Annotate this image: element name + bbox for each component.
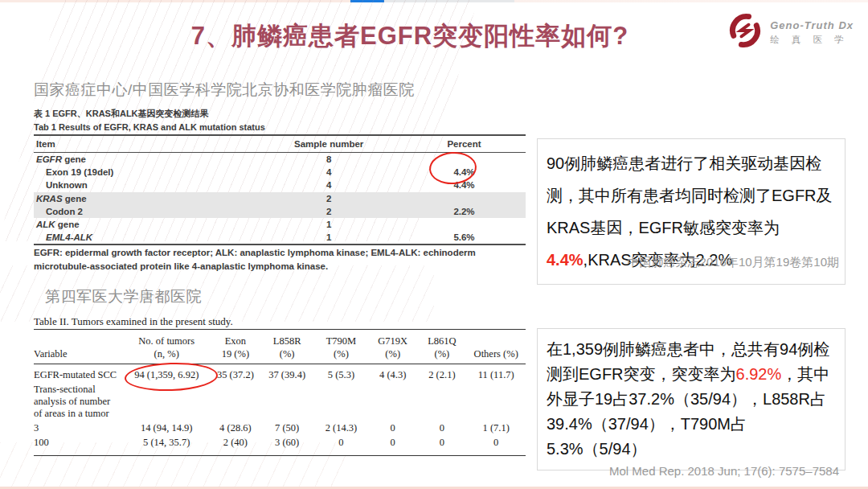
table-cell: 5 (5.3)	[314, 368, 368, 382]
table-row: KRAS gene2	[34, 192, 526, 205]
table1-caption-cn: 表 1 EGFR、KRAS和ALK基因突变检测结果	[34, 108, 209, 120]
logo-text: Geno-Truth Dx 绘 真 医 学	[770, 19, 854, 46]
table-cell: EGFR-mutated SCC	[34, 368, 122, 382]
table2-header-row: VariableNo. of tumors (n, %)Exon 19 (%)L…	[34, 329, 526, 364]
table-cell: 14 (94, 14.9)	[122, 421, 211, 435]
column-header: Variable	[34, 347, 122, 360]
table-row: Trans-sectional analysis of number of ar…	[34, 382, 526, 421]
table-cell: 8	[255, 153, 403, 166]
mutation-status-table: Item Sample number Percent EGFR gene8Exo…	[34, 134, 526, 245]
table-cell: 100	[34, 435, 122, 450]
table-cell: EGFR gene	[34, 153, 255, 166]
table-cell: 2 (14.3)	[314, 421, 368, 435]
table-row: EML4-ALK15.6%	[34, 231, 526, 244]
top-progress-bar	[0, 0, 868, 2]
table-cell: 4 (28.6)	[211, 421, 260, 435]
table-cell: 11 (11.7)	[467, 368, 526, 382]
table-cell: 2	[255, 205, 403, 218]
table-cell: 35 (37.2)	[211, 368, 260, 382]
table1-footnote: EGFR: epidermal growth factor receptor; …	[34, 246, 529, 274]
table-cell	[417, 382, 466, 384]
table-cell: 1 (7.1)	[467, 421, 526, 435]
table-cell: EML4-ALK	[34, 231, 255, 244]
column-header: L858R (%)	[260, 335, 314, 361]
column-header: G719X (%)	[368, 335, 417, 361]
table-cell: 0	[417, 421, 466, 435]
note2-highlight: 6.92%	[736, 365, 782, 383]
column-header: Item	[34, 139, 255, 149]
note1-text: 90例肺鳞癌患者进行了相关驱动基因检测，其中所有患者均同时检测了EGFR及KRA…	[547, 154, 833, 236]
column-header: No. of tumors (n, %)	[122, 335, 211, 361]
citation-1: 中国肺癌杂志2016年10月第19卷第10期	[537, 255, 839, 270]
table2-caption: Table II. Tumors examined in the present…	[34, 315, 233, 328]
table-cell: 4	[255, 166, 403, 179]
citation-2: Mol Med Rep. 2018 Jun; 17(6): 7575–7584	[537, 464, 839, 478]
company-logo: Geno-Truth Dx 绘 真 医 学	[727, 13, 854, 51]
slide: { "colors": { "title": "#a4495c", "accen…	[0, 0, 868, 489]
table-cell: 1	[255, 218, 403, 231]
table-row: Codon 222.2%	[34, 205, 526, 218]
table-row: ALK gene1	[34, 218, 526, 231]
table-cell: Exon 19 (19del)	[34, 166, 255, 179]
table-row: 314 (94, 14.9)4 (28.6)7 (50)2 (14.3)001 …	[34, 421, 526, 435]
table-cell: 2.2%	[403, 205, 526, 218]
logo-name-cn: 绘 真 医 学	[770, 34, 854, 46]
table-row: EGFR-mutated SCC94 (1,359, 6.92)35 (37.2…	[34, 368, 526, 382]
column-header: Percent	[403, 139, 526, 149]
table-cell: 0	[368, 421, 417, 435]
table-cell: KRAS gene	[34, 192, 255, 205]
section2-heading: 第四军医大学唐都医院	[45, 286, 202, 307]
table-cell	[368, 382, 417, 384]
table-cell: Trans-sectional analysis of number of ar…	[34, 382, 122, 421]
table-cell: 4	[255, 179, 403, 191]
logo-name-en: Geno-Truth Dx	[770, 19, 854, 31]
tumors-examined-table: VariableNo. of tumors (n, %)Exon 19 (%)L…	[34, 329, 526, 456]
table-cell: 5 (14, 35.7)	[122, 435, 211, 450]
page-title: 7、肺鳞癌患者EGFR突变阳性率如何?	[0, 19, 820, 53]
table-cell: 0	[368, 435, 417, 450]
table-cell	[314, 382, 368, 384]
table-cell: 2 (40)	[211, 435, 260, 450]
table1-caption-en: Tab 1 Results of EGFR, KRAS and ALK muta…	[34, 122, 265, 132]
table-cell: 0	[314, 435, 368, 450]
column-header: Exon 19 (%)	[211, 335, 260, 361]
table-cell	[211, 382, 260, 384]
table-cell: 3 (60)	[260, 435, 314, 450]
table-cell: 7 (50)	[260, 421, 314, 435]
table-cell: Unknown	[34, 179, 255, 191]
column-header: T790M (%)	[314, 335, 368, 361]
table-row: 1005 (14, 35.7)2 (40)3 (60)0000	[34, 435, 526, 450]
table-cell	[260, 382, 314, 384]
table-cell: 2	[255, 192, 403, 205]
table-cell: 4 (4.3)	[368, 368, 417, 382]
geno-truth-logo-icon	[727, 13, 763, 51]
table-cell: 0	[467, 435, 526, 450]
table-cell: 3	[34, 421, 122, 435]
summary-box-2: 在1,359例肺鳞癌患者中，总共有94例检测到EGFR突变，突变率为6.92%，…	[537, 328, 845, 471]
table-cell: ALK gene	[34, 218, 255, 231]
column-header: Others (%)	[467, 347, 526, 360]
table-cell: 5.6%	[403, 231, 526, 244]
table2-body: EGFR-mutated SCC94 (1,359, 6.92)35 (37.2…	[34, 364, 526, 456]
table-cell: Codon 2	[34, 205, 255, 218]
table-cell: 1	[255, 231, 403, 244]
table-cell: 0	[417, 435, 466, 450]
column-header: Sample number	[255, 139, 403, 149]
column-header: L861Q (%)	[417, 335, 466, 361]
table-cell	[467, 382, 526, 384]
section1-heading: 国家癌症中心/中国医学科学院北京协和医学院肿瘤医院	[34, 80, 415, 101]
table1-header-row: Item Sample number Percent	[34, 134, 526, 153]
table-cell: 37 (39.4)	[260, 368, 314, 382]
table-cell: 2 (2.1)	[417, 368, 466, 382]
